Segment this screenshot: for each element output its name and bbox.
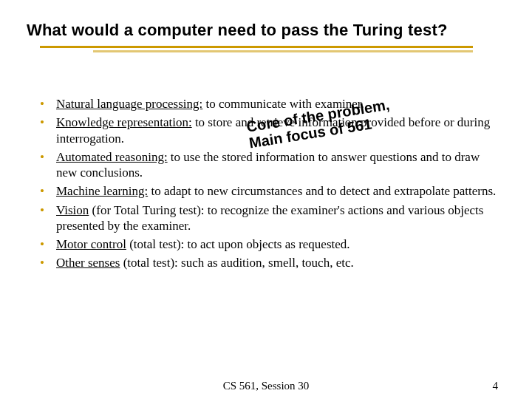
list-item-text: Machine learning: to adapt to new circum… xyxy=(56,183,498,199)
bullet-icon: • xyxy=(40,236,56,252)
bullet-icon: • xyxy=(40,96,56,112)
list-item: • Machine learning: to adapt to new circ… xyxy=(40,183,498,199)
page-number: 4 xyxy=(493,380,499,392)
list-item-text: Other senses (total test): such as audit… xyxy=(56,255,498,270)
footer-center: CS 561, Session 30 xyxy=(223,380,310,392)
list-item-text: Automated reasoning: to use the stored i… xyxy=(56,149,498,181)
list-item: • Other senses (total test): such as aud… xyxy=(40,255,498,270)
bullet-icon: • xyxy=(40,202,56,218)
list-item: • Natural language processing: to commun… xyxy=(40,96,498,112)
list-item-text: Motor control (total test): to act upon … xyxy=(56,236,498,252)
list-item: • Motor control (total test): to act upo… xyxy=(40,236,498,252)
slide-title: What would a computer need to pass the T… xyxy=(27,21,505,40)
bullet-icon: • xyxy=(40,149,56,165)
list-item-text: Natural language processing: to communic… xyxy=(56,96,498,112)
bullet-icon: • xyxy=(40,255,56,270)
title-underline xyxy=(40,46,473,56)
bullet-icon: • xyxy=(40,183,56,199)
list-item: • Automated reasoning: to use the stored… xyxy=(40,149,498,181)
bullet-icon: • xyxy=(40,115,56,130)
list-item: • Vision (for Total Turing test): to rec… xyxy=(40,202,498,234)
list-item-text: Vision (for Total Turing test): to recog… xyxy=(56,202,498,234)
